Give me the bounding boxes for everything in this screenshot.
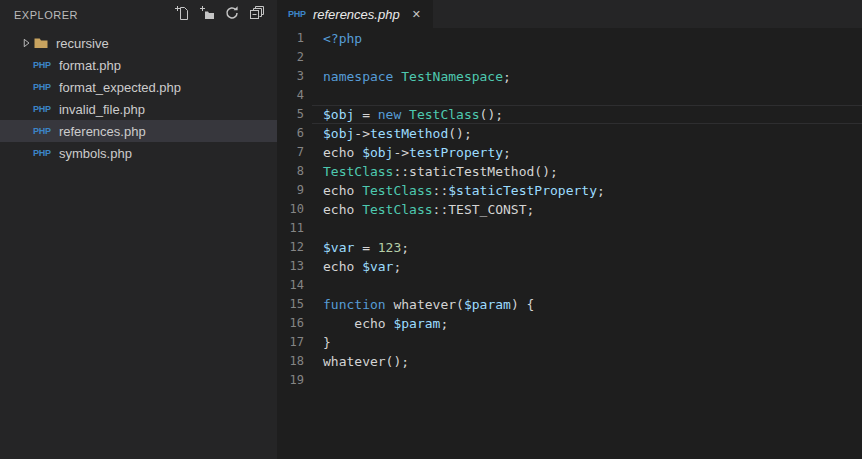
line-number[interactable]: 17 xyxy=(277,333,304,352)
code-line-11[interactable]: 11 xyxy=(277,219,862,238)
php-icon: PHP xyxy=(33,60,51,70)
code-line-15[interactable]: 15function whatever($param) { xyxy=(277,295,862,314)
explorer-actions xyxy=(172,5,267,25)
line-number[interactable]: 19 xyxy=(277,371,304,390)
code-line-2[interactable]: 2 xyxy=(277,48,862,67)
line-number[interactable]: 2 xyxy=(277,48,304,67)
tab-bar: PHP references.php ✕ xyxy=(277,0,862,28)
line-number[interactable]: 13 xyxy=(277,257,304,276)
code-line-14[interactable]: 14 xyxy=(277,276,862,295)
line-content: TestClass::staticTestMethod(); xyxy=(323,162,558,181)
line-number[interactable]: 18 xyxy=(277,352,304,371)
code-line-8[interactable]: 8TestClass::staticTestMethod(); xyxy=(277,162,862,181)
code-line-13[interactable]: 13echo $var; xyxy=(277,257,862,276)
line-number[interactable]: 6 xyxy=(277,124,304,143)
line-number[interactable]: 1 xyxy=(277,29,304,48)
line-content: echo $obj->testProperty; xyxy=(323,143,511,162)
collapse-all-button[interactable] xyxy=(247,5,267,25)
php-icon: PHP xyxy=(33,104,51,114)
line-content: whatever(); xyxy=(323,352,409,371)
code-line-16[interactable]: 16 echo $param; xyxy=(277,314,862,333)
line-number[interactable]: 7 xyxy=(277,143,304,162)
line-content: namespace TestNamespace; xyxy=(323,67,511,86)
file-item-invalid-file-php[interactable]: PHPinvalid_file.php xyxy=(0,98,277,120)
line-number[interactable]: 12 xyxy=(277,238,304,257)
code-line-5[interactable]: 5$obj = new TestClass(); xyxy=(277,105,862,124)
php-icon: PHP xyxy=(33,82,51,92)
new-file-icon xyxy=(174,5,190,25)
refresh-icon xyxy=(224,5,240,25)
code-line-10[interactable]: 10echo TestClass::TEST_CONST; xyxy=(277,200,862,219)
item-label: symbols.php xyxy=(59,146,132,161)
explorer-title: EXPLORER xyxy=(14,9,172,21)
line-content: <?php xyxy=(323,29,362,48)
tab-references-php[interactable]: PHP references.php ✕ xyxy=(277,0,433,28)
php-icon: PHP xyxy=(33,126,51,136)
line-number[interactable]: 15 xyxy=(277,295,304,314)
line-content: echo TestClass::TEST_CONST; xyxy=(323,200,534,219)
file-item-format-expected-php[interactable]: PHPformat_expected.php xyxy=(0,76,277,98)
item-label: format.php xyxy=(59,58,121,73)
line-content: $var = 123; xyxy=(323,238,409,257)
line-number[interactable]: 3 xyxy=(277,67,304,86)
code-line-9[interactable]: 9echo TestClass::$staticTestProperty; xyxy=(277,181,862,200)
item-label: format_expected.php xyxy=(59,80,181,95)
line-content: echo TestClass::$staticTestProperty; xyxy=(323,181,605,200)
line-number[interactable]: 8 xyxy=(277,162,304,181)
explorer-header: EXPLORER xyxy=(0,0,277,30)
code-line-19[interactable]: 19 xyxy=(277,371,862,390)
new-folder-icon xyxy=(199,5,215,25)
code-line-3[interactable]: 3namespace TestNamespace; xyxy=(277,67,862,86)
code-line-4[interactable]: 4 xyxy=(277,86,862,105)
line-content: $obj = new TestClass(); xyxy=(323,105,503,124)
code-line-12[interactable]: 12$var = 123; xyxy=(277,238,862,257)
php-icon: PHP xyxy=(33,148,51,158)
collapse-all-icon xyxy=(249,5,265,25)
line-content: echo $param; xyxy=(323,314,448,333)
line-number[interactable]: 5 xyxy=(277,105,304,124)
line-number[interactable]: 16 xyxy=(277,314,304,333)
refresh-button[interactable] xyxy=(222,5,242,25)
code-line-17[interactable]: 17} xyxy=(277,333,862,352)
line-number[interactable]: 10 xyxy=(277,200,304,219)
file-item-symbols-php[interactable]: PHPsymbols.php xyxy=(0,142,277,164)
chevron-right-icon[interactable] xyxy=(19,35,33,51)
file-item-references-php[interactable]: PHPreferences.php xyxy=(0,120,277,142)
code-line-1[interactable]: 1<?php xyxy=(277,29,862,48)
php-icon: PHP xyxy=(288,9,306,19)
code-editor[interactable]: 1<?php23namespace TestNamespace;45$obj =… xyxy=(277,28,862,459)
explorer-sidebar: EXPLORER recursivePHPformat.phpPHPformat… xyxy=(0,0,277,459)
line-number[interactable]: 4 xyxy=(277,86,304,105)
line-content: echo $var; xyxy=(323,257,401,276)
file-item-format-php[interactable]: PHPformat.php xyxy=(0,54,277,76)
line-number[interactable]: 14 xyxy=(277,276,304,295)
item-label: references.php xyxy=(59,124,146,139)
line-number[interactable]: 9 xyxy=(277,181,304,200)
new-folder-button[interactable] xyxy=(197,5,217,25)
tab-label: references.php xyxy=(313,7,400,22)
line-content: $obj->testMethod(); xyxy=(323,124,472,143)
code-line-7[interactable]: 7echo $obj->testProperty; xyxy=(277,143,862,162)
folder-item-recursive[interactable]: recursive xyxy=(0,32,277,54)
code-line-18[interactable]: 18whatever(); xyxy=(277,352,862,371)
line-number[interactable]: 11 xyxy=(277,219,304,238)
code-line-6[interactable]: 6$obj->testMethod(); xyxy=(277,124,862,143)
item-label: recursive xyxy=(56,36,109,51)
item-label: invalid_file.php xyxy=(59,102,145,117)
vscode-window: EXPLORER recursivePHPformat.phpPHPformat… xyxy=(0,0,862,459)
close-icon[interactable]: ✕ xyxy=(409,6,424,23)
new-file-button[interactable] xyxy=(172,5,192,25)
editor-area: PHP references.php ✕ 1<?php23namespace T… xyxy=(277,0,862,459)
folder-icon xyxy=(33,35,49,51)
line-content: } xyxy=(323,333,331,352)
line-content: function whatever($param) { xyxy=(323,295,534,314)
file-tree: recursivePHPformat.phpPHPformat_expected… xyxy=(0,32,277,164)
